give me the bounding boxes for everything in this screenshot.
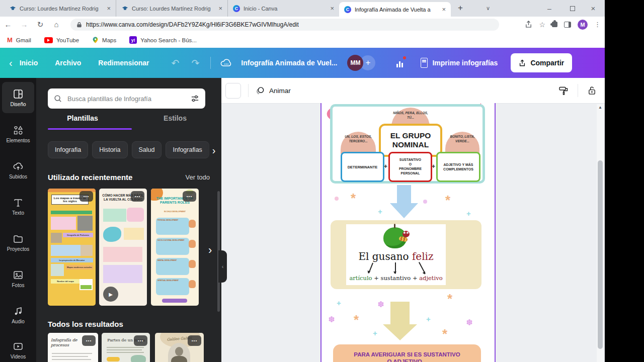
tab-estilos[interactable]: Estilos [129,114,221,128]
back-chevron-icon[interactable]: ‹ [9,57,13,69]
moodle-icon [9,5,16,12]
chip-historia[interactable]: Historia [92,141,127,158]
browser-tab[interactable]: C Inicio - Canva × [227,0,339,17]
sidebar-item-texto[interactable]: Texto [2,191,34,222]
menu-redimensionar[interactable]: Redimensionar [98,59,149,67]
redo-icon[interactable]: ↷ [191,57,199,69]
template-thumb-vuelta-colegio[interactable]: CÓMO HACER MÁS FÁCIL LA VUELTA AL COLEGI… [99,189,147,306]
search-icon [54,95,62,103]
browser-tab[interactable]: Curso: Lourdes Martínez Rodrig × [4,0,116,17]
address-bar[interactable]: https://www.canva.com/design/DAFb2Y9Z4Kg… [70,19,499,31]
template-thumb-procesos[interactable]: Infografía de procesos ••• [48,333,98,362]
tab-close-icon[interactable]: × [217,5,223,12]
maps-pin-icon [92,36,99,44]
template-search[interactable] [48,88,205,109]
tab-title: Inicio - Canva [244,6,326,12]
bookmark-yahoo[interactable]: y! Yahoo Search - Bús... [129,36,197,44]
sidebar-item-videos[interactable]: Videos [2,334,34,362]
bookmark-label: Maps [102,37,116,43]
canvas-body[interactable]: ★ ★ ★ NIÑOS, PERA, ELLOS, TÚ... UN, LOS,… [221,103,605,362]
paint-roller-icon[interactable] [558,85,569,96]
youtube-icon [44,37,53,43]
template-thumb-mapas[interactable]: Los mapas a través de los siglos Geograf… [48,189,96,306]
grupo-nominal-card[interactable]: NIÑOS, PERA, ELLOS, TÚ... UN, LOS, ESTOS… [330,104,485,184]
thumb-more-button[interactable]: ••• [82,335,96,346]
browser-profile-avatar[interactable]: M [578,20,588,30]
chip-infografias[interactable]: Infografias [166,141,209,158]
tab-search-icon[interactable]: ∨ [482,0,494,17]
sidebar-item-subidos[interactable]: Subidos [2,154,34,186]
thumb-more-button[interactable]: ••• [188,335,201,346]
browser-menu-icon[interactable]: ⋮ [594,21,601,28]
panel-collapse-handle[interactable]: ‹ [218,250,227,283]
bookmark-maps[interactable]: Maps [92,36,116,44]
insights-button[interactable] [389,54,410,72]
flower-decoration [468,321,470,323]
filter-icon[interactable] [191,95,199,103]
asterisk-decoration: * [445,194,450,207]
example-card[interactable]: El gusano feliz artículo + sustantivo + … [331,220,481,289]
side-panel-icon[interactable] [564,22,571,28]
bookmark-gmail[interactable]: M Gmail [7,36,31,44]
tab-plantillas[interactable]: Plantillas [36,114,129,128]
sidebar-item-proyectos[interactable]: Proyectos [2,227,34,258]
tab-title: Infografía Animada de Vuelta a [355,7,437,13]
bookmark-star-icon[interactable]: ☆ [539,21,545,29]
menu-inicio[interactable]: Inicio [20,59,38,67]
back-icon[interactable]: ← [0,20,16,29]
undo-icon[interactable]: ↶ [172,57,180,69]
canvas-scrollbar[interactable]: ▲ [597,104,604,362]
sidebar-item-audio[interactable]: Audio [2,299,34,330]
extensions-icon[interactable] [552,22,557,27]
reload-icon[interactable]: ↻ [32,20,48,29]
share-icon[interactable] [525,21,532,28]
carousel-next-icon[interactable]: › [208,244,212,257]
template-thumb-galileo[interactable]: Galileo Galilei ••• [155,333,204,362]
page-color-swatch[interactable] [225,83,241,99]
design-page[interactable]: ★ ★ ★ NIÑOS, PERA, ELLOS, TÚ... UN, LOS,… [320,103,496,362]
sidebar-item-fotos[interactable]: Fotos [2,263,34,294]
document-title[interactable]: Infografía Animada de Vuel... [241,59,337,67]
user-avatar[interactable]: MM [347,55,363,71]
tab-close-icon[interactable]: × [329,5,335,12]
window-minimize-icon[interactable]: – [543,0,555,17]
lock-icon[interactable] [587,85,597,96]
section-title-results: Todos los resultados [48,320,123,328]
chip-salud[interactable]: Salud [132,141,162,158]
chips-next-icon[interactable]: › [207,143,220,157]
screen: Curso: Lourdes Martínez Rodrig × Curso: … [0,0,644,362]
example-parts: artículo + sustantivo + adjetivo [346,275,446,282]
menu-archivo[interactable]: Archivo [55,59,81,67]
thumb-more-button[interactable]: ••• [183,191,196,202]
chip-infografia[interactable]: Infografia [48,141,88,158]
home-icon[interactable]: ⌂ [48,20,64,29]
animate-button[interactable]: Animar [256,86,291,96]
bookmark-youtube[interactable]: YouTube [44,37,79,43]
sidebar-item-diseno[interactable]: Diseño [2,82,34,113]
tab-close-icon[interactable]: × [106,5,112,12]
note-box[interactable]: PARA AVERIGUAR SI ES SUSTANTIVO O ADJETI… [333,344,481,362]
template-thumb-partes-mapa[interactable]: Partes de un mapa ••• [102,333,150,362]
thumb-more-button[interactable]: ••• [134,335,147,346]
scrollbar-thumb[interactable] [598,160,603,349]
print-infographics-button[interactable]: Imprime infografías [421,58,498,68]
template-thumb-parents-roles[interactable]: THE IMPORTANCE OF PARENTS ROLES IN CHILD… [151,189,199,306]
search-input[interactable] [66,95,186,103]
see-all-link[interactable]: Ver todo [186,173,210,181]
sidebar-item-elementos[interactable]: Elementos [2,118,34,149]
note-line1: PARA AVERIGUAR SI ES SUSTANTIVO [333,351,481,358]
thumb-more-button[interactable]: ••• [131,191,144,202]
thumb-more-button[interactable]: ••• [79,191,93,202]
window-restore-icon[interactable] [567,0,579,17]
thumb-section: SOCIO-CULTURAL DEVELOPMENT [156,238,189,255]
thumb-subtitle: IN CHILD DEVELOPMENT [153,211,197,213]
sidebar-item-label: Texto [12,210,24,216]
browser-tab[interactable]: Curso: Lourdes Martínez Rodrig × [116,0,227,17]
tab-close-icon[interactable]: × [441,6,447,13]
new-tab-button[interactable]: + [458,3,463,13]
browser-tab-active[interactable]: C Infografía Animada de Vuelta a × [339,2,451,17]
forward-icon[interactable]: → [16,20,32,29]
scroll-up-icon[interactable]: ▲ [597,105,604,110]
window-close-icon[interactable]: × [587,0,600,17]
share-button[interactable]: Compartir [511,53,572,72]
